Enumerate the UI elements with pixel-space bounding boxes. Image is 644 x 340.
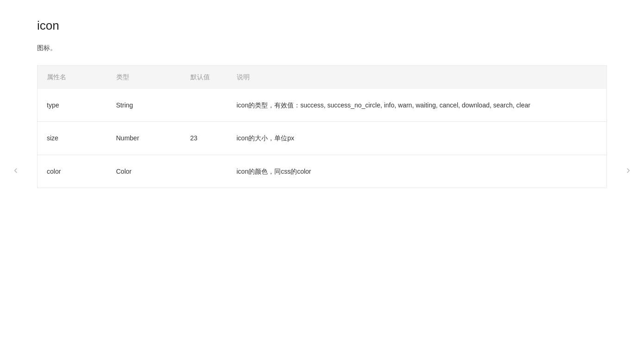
- cell-prop-name: size: [38, 122, 107, 155]
- table-header-row: 属性名 类型 默认值 说明: [38, 66, 607, 89]
- cell-prop-name: color: [38, 155, 107, 188]
- header-type: 类型: [107, 66, 181, 89]
- table-row: colorColoricon的颜色，同css的color: [38, 155, 607, 188]
- cell-prop-description: icon的类型，有效值：success, success_no_circle, …: [227, 89, 607, 122]
- cell-prop-name: type: [38, 89, 107, 122]
- page-title: icon: [37, 19, 607, 33]
- table-row: sizeNumber23icon的大小，单位px: [38, 122, 607, 155]
- table-body: typeStringicon的类型，有效值：success, success_n…: [38, 89, 607, 188]
- cell-prop-description: icon的大小，单位px: [227, 122, 607, 155]
- cell-prop-default: [181, 89, 227, 122]
- props-table: 属性名 类型 默认值 说明 typeStringicon的类型，有效值：succ…: [37, 65, 607, 188]
- cell-prop-description: icon的颜色，同css的color: [227, 155, 607, 188]
- cell-prop-type: Color: [107, 155, 181, 188]
- cell-prop-default: 23: [181, 122, 227, 155]
- table-row: typeStringicon的类型，有效值：success, success_n…: [38, 89, 607, 122]
- header-default: 默认值: [181, 66, 227, 89]
- cell-prop-type: String: [107, 89, 181, 122]
- page-description: 图标。: [37, 44, 607, 52]
- header-name: 属性名: [38, 66, 107, 89]
- page-content: icon 图标。 属性名 类型 默认值 说明 typeStringicon的类型…: [0, 0, 644, 207]
- header-description: 说明: [227, 66, 607, 89]
- cell-prop-default: [181, 155, 227, 188]
- cell-prop-type: Number: [107, 122, 181, 155]
